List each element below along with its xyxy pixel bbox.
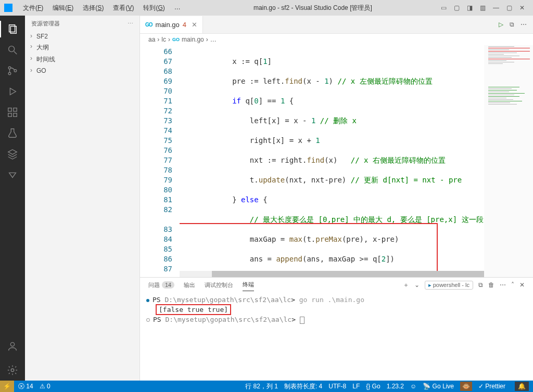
minimize-button[interactable]: — — [493, 4, 499, 11]
highlight-box-output: [false true true] — [156, 304, 231, 315]
run-icon[interactable]: ▷ — [499, 21, 503, 28]
explorer-tree: SF2 大纲 时间线 GO — [25, 31, 139, 76]
activity-bar — [0, 16, 25, 381]
panel-tab-problems[interactable]: 问题14 — [148, 279, 174, 291]
split-editor-icon[interactable]: ⧉ — [510, 21, 514, 28]
sidebar-title: 资源管理器 — [31, 20, 60, 28]
status-encoding[interactable]: UTF-8 — [328, 383, 346, 390]
panel-tab-output[interactable]: 输出 — [184, 279, 195, 291]
panel-tab-terminal[interactable]: 终端 — [243, 279, 254, 291]
tab-problems-badge: 4 — [183, 21, 186, 29]
horizontal-scrollbar[interactable] — [180, 271, 484, 277]
term-marker-icon — [146, 299, 149, 302]
svg-marker-12 — [9, 173, 16, 177]
tree-item-sf2[interactable]: SF2 — [27, 31, 137, 42]
titlebar: 文件(F) 编辑(E) 选择(S) 查看(V) 转到(G) … main.go … — [0, 0, 533, 16]
vscode-icon — [4, 4, 12, 12]
tree-item-timeline[interactable]: 时间线 — [27, 54, 137, 66]
status-errors[interactable]: ⓧ 14 — [18, 382, 33, 391]
terminal[interactable]: PS D:\mysetup\gopath\src\sf2\aa\lc> go r… — [140, 292, 533, 381]
svg-point-4 — [8, 67, 11, 69]
menu-edit[interactable]: 编辑(E) — [48, 2, 78, 14]
minimap[interactable] — [484, 45, 533, 277]
svg-point-2 — [9, 46, 15, 52]
editor-actions: ▷ ⧉ ⋯ — [492, 16, 533, 33]
crumb-file[interactable]: main.go — [182, 36, 204, 43]
status-prettier[interactable]: ✓ Prettier — [478, 383, 505, 390]
menu-file[interactable]: 文件(F) — [19, 2, 47, 14]
sidebar-header: 资源管理器 ⋯ — [25, 16, 139, 31]
layout-side-icon[interactable]: ◨ — [467, 4, 473, 11]
menu-goto[interactable]: 转到(G) — [139, 2, 169, 14]
go-file-icon: GO — [172, 37, 180, 42]
close-button[interactable]: ✕ — [519, 4, 525, 11]
panel-more-icon[interactable]: ⋯ — [500, 281, 506, 289]
code-area[interactable]: 6667686970717273747576777879808182838485… — [140, 45, 533, 277]
remote-indicator[interactable]: ⚡ — [0, 381, 14, 392]
activity-debug[interactable] — [0, 81, 25, 102]
code-content[interactable]: x := q[1] pre := left.find(x - 1) // x 左… — [180, 45, 484, 277]
svg-point-5 — [8, 72, 11, 75]
svg-point-6 — [14, 70, 17, 72]
window-title: main.go - sf2 - Visual Studio Code [管理员] — [187, 4, 439, 12]
svg-rect-10 — [14, 113, 17, 116]
new-terminal-icon[interactable]: ＋ — [403, 281, 409, 290]
layout-primary-icon[interactable]: ▭ — [441, 4, 447, 11]
svg-rect-11 — [14, 108, 17, 111]
crumb-more[interactable]: … — [210, 36, 217, 43]
activity-search[interactable] — [0, 40, 25, 60]
crumb-lc[interactable]: lc — [161, 36, 166, 43]
explorer-sidebar: 资源管理器 ⋯ SF2 大纲 时间线 GO — [25, 16, 140, 381]
close-panel-icon[interactable]: ✕ — [519, 281, 525, 289]
svg-line-3 — [14, 51, 17, 55]
svg-point-14 — [11, 369, 14, 372]
tree-item-go[interactable]: GO — [27, 66, 137, 76]
terminal-dropdown-icon[interactable]: ⌄ — [414, 281, 420, 289]
activity-explorer[interactable] — [0, 19, 25, 40]
activity-settings[interactable] — [0, 360, 25, 381]
layout-custom-icon[interactable]: ▥ — [480, 4, 486, 11]
terminal-label[interactable]: ▸ powershell - lc — [425, 281, 473, 290]
maximize-panel-icon[interactable]: ˄ — [511, 281, 514, 289]
kill-terminal-icon[interactable]: 🗑 — [488, 281, 494, 289]
layout-panel-icon[interactable]: ▢ — [454, 4, 460, 11]
editor-more-icon[interactable]: ⋯ — [521, 21, 527, 28]
breadcrumb[interactable]: aa› lc› GO main.go› … — [140, 34, 533, 45]
status-bar: ⚡ ⓧ 14 ⚠ 0 行 82，列 1 制表符长度: 4 UTF-8 LF {}… — [0, 381, 533, 392]
panel-tab-debug[interactable]: 调试控制台 — [205, 279, 233, 291]
status-language[interactable]: {} Go — [366, 383, 380, 390]
status-position[interactable]: 行 82，列 1 — [245, 382, 278, 391]
menu-more[interactable]: … — [170, 2, 185, 14]
status-bell-icon[interactable]: 🔔 — [515, 382, 529, 391]
status-golive[interactable]: 📡 Go Live — [423, 383, 454, 390]
crumb-aa[interactable]: aa — [148, 36, 155, 43]
term-marker-icon — [146, 318, 150, 322]
split-terminal-icon[interactable]: ⧉ — [478, 281, 483, 289]
status-warnings[interactable]: ⚠ 0 — [40, 383, 50, 390]
tab-close-icon[interactable]: ✕ — [192, 21, 197, 29]
status-eol[interactable]: LF — [352, 383, 360, 390]
status-feedback-icon[interactable]: ☺ — [410, 383, 416, 390]
activity-account[interactable] — [0, 336, 25, 357]
editor-tabs: GO main.go 4 ✕ ▷ ⧉ ⋯ — [140, 16, 533, 34]
svg-marker-7 — [10, 88, 16, 95]
maximize-button[interactable]: ▢ — [506, 4, 512, 11]
menu-view[interactable]: 查看(V) — [109, 2, 138, 14]
tree-item-outline[interactable]: 大纲 — [27, 42, 137, 54]
activity-misc2[interactable] — [0, 164, 25, 185]
highlight-box-main — [180, 223, 438, 277]
tab-label: main.go — [156, 21, 180, 29]
status-ext-icon[interactable]: 🐵 — [460, 382, 472, 391]
activity-misc1[interactable] — [0, 143, 25, 164]
activity-extensions[interactable] — [0, 102, 25, 123]
activity-scm[interactable] — [0, 60, 25, 81]
status-indent[interactable]: 制表符长度: 4 — [284, 382, 322, 391]
editor-group: GO main.go 4 ✕ ▷ ⧉ ⋯ aa› lc› GO main.go›… — [140, 16, 533, 381]
tab-main-go[interactable]: GO main.go 4 ✕ — [140, 16, 203, 33]
sidebar-more-icon[interactable]: ⋯ — [128, 20, 133, 27]
svg-rect-9 — [8, 113, 11, 116]
activity-test[interactable] — [0, 123, 25, 143]
menu-select[interactable]: 选择(S) — [79, 2, 108, 14]
scrollbar-thumb[interactable] — [212, 271, 484, 277]
status-go-version[interactable]: 1.23.2 — [387, 383, 404, 390]
